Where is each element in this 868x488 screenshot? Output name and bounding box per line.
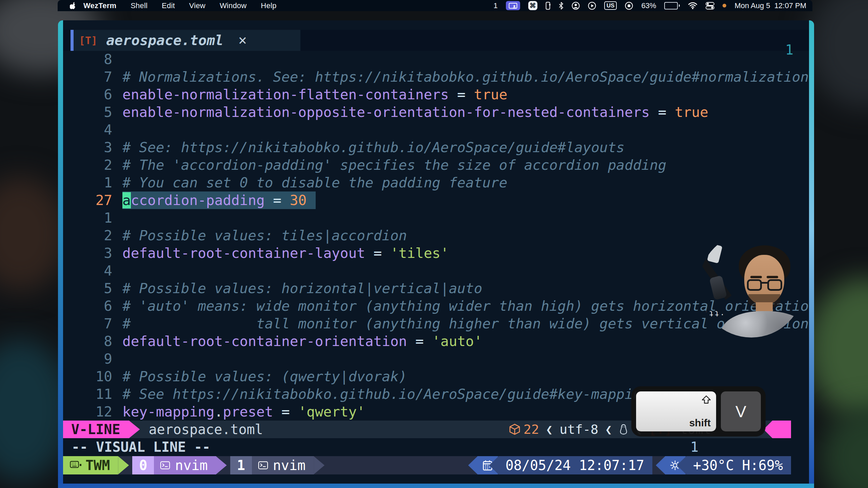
token-op: = [273, 404, 298, 420]
tab-aerospace-toml[interactable]: [T] aerospace.toml × [71, 30, 300, 51]
token-op: = [365, 245, 390, 261]
menu-item-edit[interactable]: Edit [155, 1, 182, 10]
microphone [709, 275, 727, 300]
window-border-left [58, 20, 63, 488]
menu-item-wezterm[interactable]: WezTerm [76, 1, 123, 10]
line-number: 6 [63, 86, 112, 103]
line-number: 3 [63, 139, 112, 156]
file-encoding: utf-8 [559, 422, 598, 437]
line-number: 2 [63, 227, 112, 244]
line-number: 7 [63, 68, 112, 86]
menu-item-shell[interactable]: Shell [123, 1, 155, 10]
token-comment: # See https://nikitabobko.github.io/Aero… [122, 386, 650, 402]
keystroke-overlay: shift V [631, 386, 766, 436]
line-number: 1 [63, 209, 112, 227]
editor-line[interactable]: 10# Possible values: (qwerty|dvorak) [63, 368, 791, 385]
tab-close-icon[interactable]: × [238, 33, 247, 47]
line-number: 4 [63, 121, 112, 139]
control-center-icon[interactable] [706, 2, 714, 9]
toml-filetype-icon: [T] [79, 35, 97, 46]
apple-menu-icon[interactable] [70, 2, 76, 9]
wifi-icon[interactable] [688, 2, 697, 9]
editor-line[interactable]: 7# tall monitor (anything higher than wi… [63, 315, 791, 332]
device-icon[interactable] [546, 2, 551, 10]
user-account-icon[interactable] [572, 2, 580, 10]
terminal-icon [160, 461, 170, 470]
window-border-bottom [58, 484, 814, 488]
command-line[interactable]: -- VISUAL LINE -- 1 [63, 438, 791, 456]
editor-line[interactable]: 3default-root-container-layout = 'tiles' [63, 244, 791, 262]
editor-line[interactable]: 1 [63, 209, 791, 227]
statusline-filename: aerospace.toml [149, 422, 263, 437]
editor-line[interactable]: 5# Possible values: horizontal|vertical|… [63, 280, 791, 297]
editor-line[interactable]: 8default-root-container-orientation = 'a… [63, 332, 791, 350]
line-text: # See https://nikitabobko.github.io/Aero… [122, 385, 650, 403]
editor-buffer[interactable]: 87# Normalizations. See: https://nikitab… [63, 50, 791, 421]
screen-record-icon[interactable] [625, 2, 633, 10]
line-number: 27 [63, 191, 112, 209]
tmux-window-1[interactable]: 1nvim [230, 456, 314, 474]
mode-segment-arrow [129, 421, 140, 438]
tmux-weather: +30°C H:69% [677, 456, 791, 474]
token-key: default-root-container-layout [122, 245, 365, 261]
token-str: 'qwerty' [298, 404, 365, 420]
person-eyebrow [750, 276, 762, 278]
line-text: accordion-padding = 30 [122, 191, 316, 209]
terminal-icon [258, 461, 268, 470]
powerline-arrow [314, 456, 324, 474]
battery-icon[interactable] [664, 2, 680, 9]
editor-line[interactable]: 6# 'auto' means: wide monitor (anything … [63, 297, 791, 315]
token-op: = [449, 86, 474, 103]
tmux-session-name: TWM [85, 458, 110, 473]
token-bool: true [474, 86, 508, 103]
menu-bar-status: 1 ⌘ US 63% [494, 1, 807, 10]
menu-item-window[interactable]: Window [213, 1, 254, 10]
line-number: 8 [63, 50, 112, 68]
editor-line[interactable]: 5enable-normalization-opposite-orientati… [63, 103, 791, 121]
editor-line[interactable]: 2# Possible values: tiles|accordion [63, 227, 791, 244]
screen-count[interactable]: 1 [494, 1, 498, 10]
line-text: # See: https://nikitabobko.github.io/Aer… [122, 139, 625, 156]
selection-count: 1 [690, 438, 698, 456]
package-icon [509, 424, 520, 435]
editor-line[interactable]: 3# See: https://nikitabobko.github.io/Ae… [63, 139, 791, 156]
tmux-window-0[interactable]: 0nvim [132, 456, 216, 474]
token-key: preset [223, 404, 273, 420]
editor-line[interactable]: 27accordion-padding = 30 [63, 191, 791, 209]
tmux-status-bar: TWM 0nvim1nvim 08/05/24 12:07:17 +30°C H… [63, 456, 791, 474]
token-comment: # tall monitor (anything higher than wid… [122, 316, 809, 332]
tab-title: aerospace.toml [106, 32, 223, 48]
line-text: enable-normalization-opposite-orientatio… [122, 103, 708, 121]
screen-mirroring-icon[interactable] [506, 1, 520, 10]
statusline-separator: ❮ [605, 423, 612, 436]
bluetooth-icon[interactable] [559, 2, 564, 9]
menu-bar-clock[interactable]: Mon Aug 5 12:07 PM [734, 1, 806, 10]
buffer-line-count: 22 [524, 422, 539, 437]
tmux-window-index: 0 [132, 456, 154, 474]
line-text: # The 'accordion-padding' specifies the … [122, 156, 666, 174]
line-number: 3 [63, 244, 112, 262]
token-comment: # Possible values: (qwerty|dvorak) [122, 368, 407, 385]
token-str: 'tiles' [390, 245, 449, 261]
editor-line[interactable]: 4 [63, 121, 791, 139]
token-str: 'auto' [432, 333, 482, 349]
command-key-icon[interactable]: ⌘ [528, 1, 537, 10]
line-text: default-root-container-orientation = 'au… [122, 332, 482, 350]
editor-line[interactable]: 2# The 'accordion-padding' specifies the… [63, 156, 791, 174]
menu-item-view[interactable]: View [182, 1, 213, 10]
menu-item-help[interactable]: Help [254, 1, 283, 10]
editor-line[interactable]: 8 [63, 50, 791, 68]
input-source[interactable]: US [604, 1, 617, 10]
editor-line[interactable]: 4 [63, 262, 791, 280]
editor-line[interactable]: 7# Normalizations. See: https://nikitabo… [63, 68, 791, 86]
v-key: V [721, 391, 761, 431]
tab-active-indicator [71, 30, 74, 51]
token-comment: # The 'accordion-padding' specifies the … [122, 157, 666, 173]
tmux-session-segment[interactable]: TWM [63, 456, 118, 474]
editor-line[interactable]: 6enable-normalization-flatten-containers… [63, 86, 791, 103]
play-status-icon[interactable] [588, 2, 596, 10]
editor-line[interactable]: 9 [63, 350, 791, 368]
editor-line[interactable]: 1# You can set 0 to disable the padding … [63, 174, 791, 191]
token-num: 30 [290, 192, 307, 208]
statusline-separator: ❮ [546, 423, 553, 436]
